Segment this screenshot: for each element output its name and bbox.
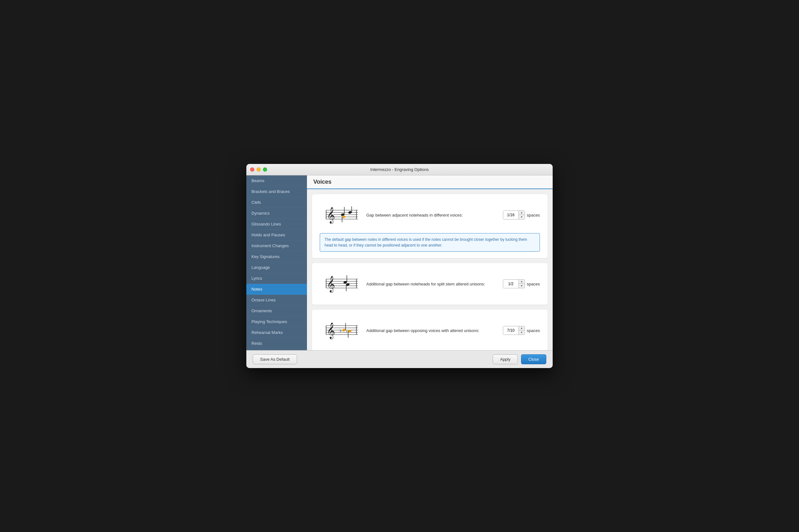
music-example-3: 𝄞 ♭ ♯ [320,316,361,345]
spinner-input-2[interactable] [503,280,519,288]
window-body: BeamsBrackets and BracesClefsDynamicsGli… [246,175,553,350]
option-label-3: Additional gap between opposing voices w… [366,328,498,333]
main-window: Intermezzo - Engraving Options BeamsBrac… [246,164,553,368]
option-label-2: Additional gap between noteheads for spl… [366,282,498,286]
unit-label-2: spaces [527,282,540,286]
spinner-up-2[interactable]: ▲ [519,280,525,284]
sidebar-item-dynamics[interactable]: Dynamics [246,208,307,219]
sidebar-item-lyrics[interactable]: Lyrics [246,273,307,284]
spinner-down-3[interactable]: ▼ [519,330,525,335]
spinner-down-2[interactable]: ▼ [519,284,525,288]
spinner-input-1[interactable] [503,211,519,219]
option-row-3: 𝄞 ♭ ♯ [320,316,540,345]
spinner-buttons-1: ▲ ▼ [519,211,525,219]
option-card-2: 𝄞 Additional gap between noteheads for s [312,263,547,305]
spinner-3[interactable]: ▲ ▼ [503,326,525,335]
option-row-2: 𝄞 Additional gap between noteheads for s [320,269,540,298]
sidebar-item-notes[interactable]: Notes [246,284,307,295]
sidebar-item-rests[interactable]: Rests [246,338,307,349]
sidebar-item-rehearsal-marks[interactable]: Rehearsal Marks [246,327,307,338]
svg-text:𝄞: 𝄞 [327,276,335,293]
main-content: Voices [307,175,553,350]
sidebar: BeamsBrackets and BracesClefsDynamicsGli… [246,175,307,350]
sidebar-item-clefs[interactable]: Clefs [246,197,307,208]
spinner-1[interactable]: ▲ ▼ [503,210,525,220]
maximize-button[interactable] [263,168,267,172]
music-example-1: 𝄞 [320,201,361,229]
option-card-1: 𝄞 [312,194,547,258]
option-row-1: 𝄞 [320,201,540,229]
info-box-1: The default gap between notes in differe… [320,233,540,252]
window-title: Intermezzo - Engraving Options [370,167,429,172]
sidebar-item-playing-techniques[interactable]: Playing Techniques [246,317,307,327]
content-scroll[interactable]: 𝄞 [307,189,553,350]
svg-text:♯: ♯ [346,330,348,333]
option-card-3: 𝄞 ♭ ♯ [312,310,547,350]
spinner-buttons-3: ▲ ▼ [519,326,525,335]
sidebar-item-holds-and-pauses[interactable]: Holds and Pauses [246,230,307,241]
spinner-buttons-2: ▲ ▼ [519,280,525,288]
close-button[interactable] [250,168,254,172]
spinner-up-1[interactable]: ▲ [519,211,525,215]
sidebar-item-language[interactable]: Language [246,262,307,273]
close-button-footer[interactable]: Close [521,354,546,364]
spinner-2[interactable]: ▲ ▼ [503,279,525,288]
sidebar-item-key-signatures[interactable]: Key Signatures [246,251,307,262]
footer-actions: Apply Close [493,354,546,364]
sidebar-item-brackets-and-braces[interactable]: Brackets and Braces [246,186,307,197]
sidebar-item-glissando-lines[interactable]: Glissando Lines [246,219,307,230]
content-header: Voices [307,175,553,189]
footer: Save As Default Apply Close [246,350,553,368]
apply-button[interactable]: Apply [493,354,518,364]
music-example-2: 𝄞 [320,269,361,298]
page-title: Voices [313,178,546,185]
spinner-down-1[interactable]: ▼ [519,215,525,219]
sidebar-item-instrument-changes[interactable]: Instrument Changes [246,241,307,251]
option-control-1: ▲ ▼ spaces [503,210,540,220]
save-default-button[interactable]: Save As Default [253,354,297,364]
sidebar-item-beams[interactable]: Beams [246,175,307,186]
option-control-3: ▲ ▼ spaces [503,326,540,335]
option-label-1: Gap between adjacent noteheads in differ… [366,213,498,217]
minimize-button[interactable] [257,168,261,172]
sidebar-item-octave-lines[interactable]: Octave Lines [246,295,307,306]
unit-label-1: spaces [527,213,540,217]
unit-label-3: spaces [527,328,540,333]
svg-text:𝄞: 𝄞 [327,322,335,339]
svg-text:𝄞: 𝄞 [327,207,335,224]
option-control-2: ▲ ▼ spaces [503,279,540,288]
titlebar: Intermezzo - Engraving Options [246,164,553,175]
sidebar-item-ornaments[interactable]: Ornaments [246,306,307,317]
traffic-lights [250,168,267,172]
svg-text:♭: ♭ [339,328,342,333]
spinner-input-3[interactable] [503,326,519,335]
spinner-up-3[interactable]: ▲ [519,326,525,330]
